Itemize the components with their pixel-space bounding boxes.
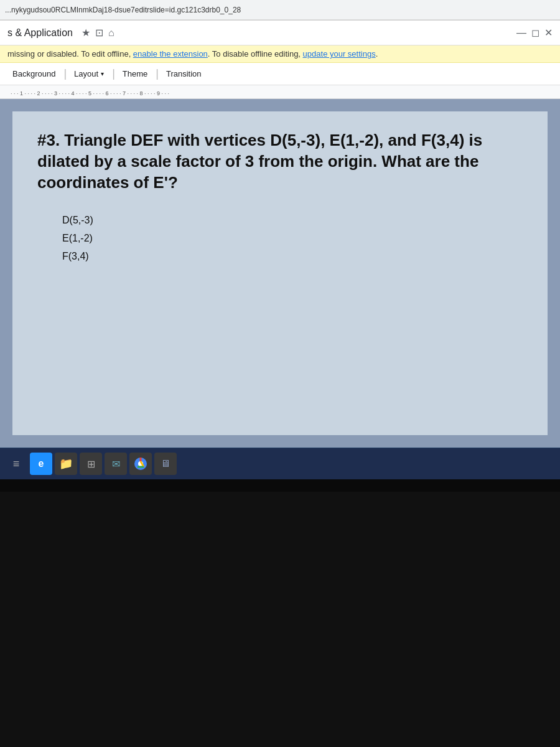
toolbar-layout-label: Layout (74, 69, 98, 78)
slide-title: #3. Triangle DEF with vertices D(5,-3), … (37, 130, 523, 193)
layout-dropdown-arrow: ▾ (101, 70, 104, 77)
address-text: ...nykygudsou0RCLMInmkDaj18-dsue7editrsl… (5, 6, 555, 14)
app-header: s & Application ★ ⊡ ⌂ — ◻ ✕ (0, 21, 560, 45)
toolbar-theme-label: Theme (123, 69, 147, 78)
ruler-content: · · · 1 · · · · 2 · · · · 3 · · · · 4 · … (2, 88, 171, 96)
slide-container: #3. Triangle DEF with vertices D(5,-3), … (0, 99, 560, 448)
window-close-icon[interactable]: ✕ (544, 27, 553, 39)
header-right: — ◻ ✕ (516, 27, 553, 39)
taskbar-icon-mail[interactable]: ✉ (105, 453, 127, 475)
enable-extension-link[interactable]: enable the extension (133, 49, 208, 59)
doc-icon[interactable]: ⊡ (95, 27, 103, 39)
browser-chrome: ...nykygudsou0RCLMInmkDaj18-dsue7editrsl… (0, 0, 560, 21)
toolbar-background-label: Background (12, 69, 55, 78)
toolbar-item-theme[interactable]: Theme (115, 67, 156, 81)
notification-text-after: . (376, 49, 378, 59)
slide-answer-choices: D(5,-3) E(1,-2) F(3,4) (62, 212, 523, 265)
app-title: s & Application (7, 27, 73, 39)
toolbar-transition-label: Transition (166, 69, 202, 78)
slide-answer-choice-3: F(3,4) (62, 248, 523, 266)
toolbar-item-layout[interactable]: Layout ▾ (67, 67, 112, 81)
window-minimize-icon[interactable]: — (516, 27, 526, 39)
toolbar-item-transition[interactable]: Transition (159, 67, 210, 81)
slide-answer-choice-1: D(5,-3) (62, 212, 523, 230)
notification-text-middle: . To disable offline editing, (208, 49, 303, 59)
notification-bar: missing or disabled. To edit offline, en… (0, 45, 560, 63)
update-settings-link[interactable]: update your settings (303, 49, 376, 59)
taskbar: ≡ e 📁 ⊞ ✉ 🖥 (0, 448, 560, 479)
header-icons: ★ ⊡ ⌂ (82, 27, 114, 39)
address-bar: ...nykygudsou0RCLMInmkDaj18-dsue7editrsl… (0, 0, 560, 20)
screen-bezel (0, 479, 560, 492)
ruler: · · · 1 · · · · 2 · · · · 3 · · · · 4 · … (0, 85, 560, 99)
taskbar-icon-menu[interactable]: ≡ (5, 453, 27, 475)
slide-answer-choice-2: E(1,-2) (62, 230, 523, 248)
home-icon[interactable]: ⌂ (108, 27, 114, 39)
taskbar-icon-monitor[interactable]: 🖥 (154, 453, 177, 475)
notification-text-before: missing or disabled. To edit offline, (7, 49, 133, 59)
toolbar-item-background[interactable]: Background (5, 67, 63, 81)
taskbar-icon-chrome[interactable] (129, 453, 152, 475)
window-maximize-icon[interactable]: ◻ (531, 27, 539, 39)
toolbar: Background | Layout ▾ | Theme | Transiti… (0, 63, 560, 85)
taskbar-icon-edge[interactable]: e (30, 453, 52, 475)
slide-content[interactable]: #3. Triangle DEF with vertices D(5,-3), … (12, 111, 548, 435)
star-icon[interactable]: ★ (82, 27, 90, 39)
chrome-icon (134, 457, 147, 471)
taskbar-icon-folder[interactable]: 📁 (55, 453, 77, 475)
taskbar-icon-windows[interactable]: ⊞ (80, 453, 102, 475)
laptop-body (0, 479, 560, 747)
